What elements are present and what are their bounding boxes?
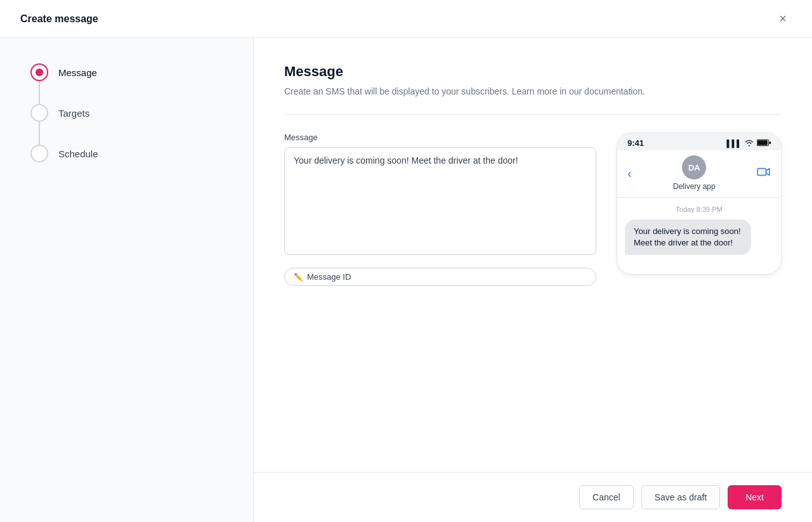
step-connector-2 xyxy=(39,122,40,145)
cancel-button[interactable]: Cancel xyxy=(579,485,634,509)
steps-list: Message Targets Schedule xyxy=(30,63,223,162)
phone-message-timestamp: Today 8:39 PM xyxy=(625,206,773,213)
section-title: Message xyxy=(284,63,782,80)
save-draft-button[interactable]: Save as draft xyxy=(641,485,721,509)
step-targets[interactable]: Targets xyxy=(30,104,223,122)
message-id-button[interactable]: ✏️ Message ID xyxy=(284,268,596,286)
message-area: Message ✏️ Message ID 9:41 xyxy=(284,133,782,286)
message-textarea[interactable] xyxy=(284,147,596,255)
svg-rect-3 xyxy=(757,169,766,176)
wifi-icon xyxy=(744,139,754,148)
step-schedule[interactable]: Schedule xyxy=(30,145,223,162)
steps-sidebar: Message Targets Schedule xyxy=(0,38,254,522)
battery-icon xyxy=(757,139,771,148)
message-input-section: Message ✏️ Message ID xyxy=(284,133,596,286)
step-connector-1 xyxy=(39,81,40,104)
modal-header: Create message × xyxy=(0,0,812,38)
step-label-targets: Targets xyxy=(58,108,89,119)
phone-status-bar: 9:41 ▌▌▌ xyxy=(617,133,781,150)
phone-preview: 9:41 ▌▌▌ xyxy=(617,133,782,275)
phone-frame: 9:41 ▌▌▌ xyxy=(617,133,782,275)
section-description: Create an SMS that will be displayed to … xyxy=(284,86,782,96)
step-label-schedule: Schedule xyxy=(58,148,98,159)
phone-time: 9:41 xyxy=(627,138,644,148)
phone-back-button: ‹ xyxy=(625,164,634,183)
modal-footer: Cancel Save as draft Next xyxy=(254,472,812,522)
phone-contact-bar: ‹ DA Delivery app xyxy=(617,150,781,198)
pencil-icon: ✏️ xyxy=(294,273,303,282)
svg-rect-1 xyxy=(769,141,771,143)
modal-title: Create message xyxy=(20,13,98,25)
close-button[interactable]: × xyxy=(774,10,792,28)
modal-body: Message Targets Schedule Message Create … xyxy=(0,38,812,522)
signal-icon: ▌▌▌ xyxy=(727,140,742,147)
phone-status-icons: ▌▌▌ xyxy=(727,139,771,148)
svg-rect-2 xyxy=(757,140,768,145)
step-circle-schedule xyxy=(30,145,48,162)
step-circle-targets xyxy=(30,104,48,122)
message-id-label: Message ID xyxy=(307,272,351,282)
message-field-label: Message xyxy=(284,133,596,142)
main-panel: Message Create an SMS that will be displ… xyxy=(254,38,812,522)
next-button[interactable]: Next xyxy=(728,485,782,509)
sms-bubble: Your delivery is coming soon! Meet the d… xyxy=(625,219,751,255)
message-field-group: Message xyxy=(284,133,596,258)
step-circle-message xyxy=(30,63,48,81)
phone-video-button xyxy=(754,164,773,182)
contact-name: Delivery app xyxy=(673,182,716,191)
step-message[interactable]: Message xyxy=(30,63,223,81)
phone-contact-center: DA Delivery app xyxy=(673,155,716,191)
section-divider xyxy=(284,114,782,115)
contact-avatar: DA xyxy=(682,155,706,179)
main-content-area: Message Create an SMS that will be displ… xyxy=(254,38,812,472)
step-label-message: Message xyxy=(58,67,97,78)
phone-messages: Today 8:39 PM Your delivery is coming so… xyxy=(617,198,781,274)
